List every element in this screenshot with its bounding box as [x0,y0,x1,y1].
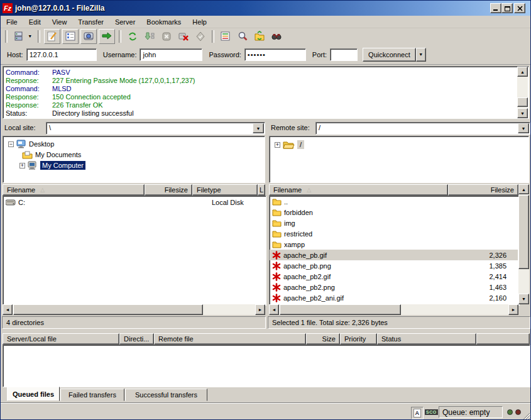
transfer-type-indicator[interactable]: A [411,407,424,419]
quickconnect-button[interactable]: Quickconnect [363,48,416,62]
toggle-local-tree-button[interactable] [62,29,79,44]
queue-column-remote-file[interactable]: Remote file [154,333,306,345]
remote-column-filesize[interactable]: Filesize [448,184,518,196]
scrollbar-thumb[interactable] [518,195,529,269]
resize-grip[interactable] [522,412,530,420]
remote-site-combo[interactable]: / ▼ [315,122,530,135]
log-line: Command:PASV [6,69,70,76]
scroll-down-icon[interactable]: ▼ [518,294,529,304]
toggle-remote-tree-button[interactable] [80,29,97,44]
tree-item-desktop[interactable]: − Desktop [8,139,54,149]
local-column-filetype[interactable]: Filetype [192,184,258,196]
synchronized-browsing-button[interactable] [252,30,267,43]
collapse-icon[interactable]: − [8,141,14,147]
quickconnect-dropdown-button[interactable]: ▼ [416,48,426,62]
menu-view[interactable]: View [47,17,73,27]
menu-file[interactable]: File [1,17,23,27]
scrollbar-thumb[interactable] [517,97,528,107]
queue-column-direction[interactable]: Directi... [119,333,154,345]
site-manager-button[interactable]: ▼ [11,30,34,43]
remote-file-list[interactable]: .. forbidden img restricted xampp apache… [269,196,520,306]
refresh-button[interactable] [125,30,140,43]
chevron-down-icon[interactable]: ▼ [518,123,529,133]
tree-item-my-documents[interactable]: My Documents [22,150,81,160]
directory-comparison-button[interactable] [235,30,250,43]
remote-list-hscrollbar[interactable]: ◄ ► [269,304,518,315]
scroll-right-icon[interactable]: ► [255,304,265,315]
directory-filters-button[interactable] [218,30,233,43]
remote-file-row-selected[interactable]: apache_pb.gif 2,326 [270,250,518,260]
menu-help[interactable]: Help [187,17,212,27]
password-input[interactable]: •••••• [244,48,306,61]
local-list-hscrollbar[interactable]: ◄ ► [3,304,265,315]
scrollbar-thumb[interactable] [280,304,401,315]
menu-server[interactable]: Server [109,17,141,27]
toggle-transfer-queue-button[interactable] [99,29,115,44]
reconnect-icon [195,31,206,42]
message-log[interactable]: Command:PASV Response:227 Entering Passi… [3,66,529,119]
remote-file-row[interactable]: .. [270,196,518,207]
scroll-down-icon[interactable]: ▼ [517,108,528,118]
tree-item-root[interactable]: + / [275,140,304,150]
remote-file-row[interactable]: apache_pb.png 1,385 [270,260,518,271]
disconnect-button[interactable] [176,30,191,43]
minimize-button[interactable] [490,3,501,13]
tab-failed-transfers[interactable]: Failed transfers [60,389,124,401]
remote-file-row[interactable]: apache_pb2_ani.gif 2,160 [270,292,518,303]
remote-file-row[interactable]: xampp [270,239,518,250]
port-input[interactable] [330,48,358,61]
local-column-filename[interactable]: Filename△ [3,184,145,196]
scroll-up-icon[interactable]: ▲ [517,67,528,77]
close-button[interactable] [514,3,525,13]
local-column-filesize[interactable]: Filesize [145,184,192,196]
activity-led-red [515,409,521,415]
local-file-list[interactable]: C: Local Disk [3,196,266,306]
expand-icon[interactable]: + [19,163,25,169]
host-input[interactable]: 127.0.0.1 [26,48,97,61]
scrollbar-thumb[interactable] [13,304,203,315]
filename-cell: .. [284,198,518,206]
cancel-operation-button[interactable] [159,30,174,43]
find-files-button[interactable] [269,30,284,43]
remote-tree[interactable]: + / [269,136,529,183]
speedlimit-indicator-icon[interactable]: SCO [425,409,438,415]
menu-bookmarks[interactable]: Bookmarks [141,17,187,27]
menu-transfer[interactable]: Transfer [72,17,109,27]
remote-file-row[interactable]: apache_pb2.png 1,463 [270,282,518,292]
queue-column-server-local-file[interactable]: Server/Local file [3,333,119,345]
menu-edit[interactable]: Edit [23,17,47,27]
username-input[interactable]: john [140,48,202,61]
remote-file-row[interactable]: img [270,218,518,228]
tab-queued-files[interactable]: Queued files [7,387,60,401]
remote-file-row[interactable]: restricted [270,228,518,239]
minimize-icon [493,6,499,11]
filesize-cell: 2,326 [489,251,506,259]
local-tree[interactable]: − Desktop My Documents + My Computer [3,136,265,183]
transfer-queue-list[interactable] [3,345,530,387]
log-scrollbar[interactable]: ▲ ▼ [517,67,528,118]
scroll-up-icon[interactable]: ▲ [518,184,529,194]
remote-file-row[interactable]: apache_pb2.gif 2,414 [270,271,518,282]
remote-list-vscrollbar[interactable]: ▲ ▼ [518,184,529,304]
local-column-lastmodified[interactable]: L [258,184,265,196]
chevron-down-icon[interactable]: ▼ [253,123,264,133]
toggle-message-log-button[interactable] [44,29,60,44]
queue-column-priority[interactable]: Priority [340,333,377,345]
maximize-button[interactable] [501,3,513,13]
reconnect-button[interactable] [193,30,208,43]
process-queue-button[interactable] [142,30,157,43]
scroll-left-icon[interactable]: ◄ [269,304,279,315]
remote-column-filename[interactable]: Filename△ [269,184,448,196]
tree-item-my-computer[interactable]: + My Computer [19,160,85,170]
title-bar[interactable]: Fz john@127.0.0.1 - FileZilla [1,1,531,16]
local-file-row[interactable]: C: Local Disk [3,197,265,207]
remote-file-row[interactable]: forbidden [270,207,518,218]
queue-column-status[interactable]: Status [377,333,476,345]
local-site-combo[interactable]: \ ▼ [46,122,265,135]
expand-icon[interactable]: + [275,142,280,148]
scroll-right-icon[interactable]: ► [508,304,518,315]
scroll-left-icon[interactable]: ◄ [3,304,13,315]
site-manager-dropdown-icon[interactable]: ▼ [28,34,32,38]
queue-column-size[interactable]: Size [306,333,340,345]
tab-successful-transfers[interactable]: Successful transfers [125,389,207,401]
